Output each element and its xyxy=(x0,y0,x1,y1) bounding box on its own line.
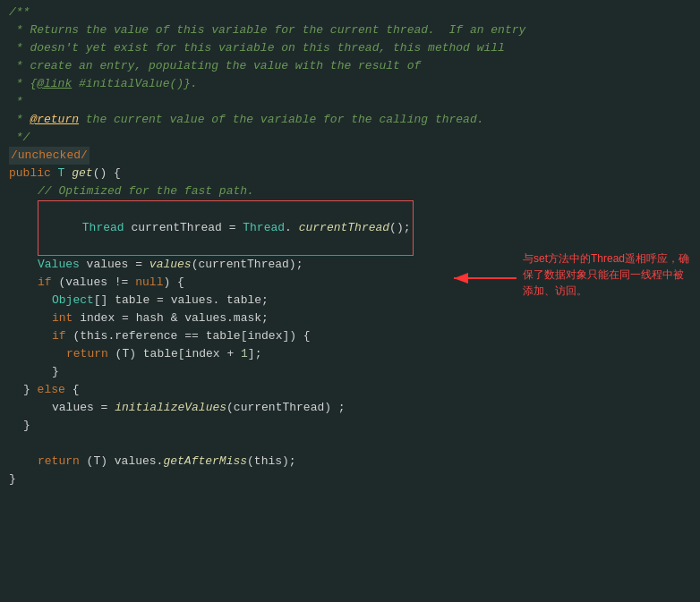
annotation-popup: 与set方法中的Thread遥相呼应，确保了数据对象只能在同一线程中被添加、访回… xyxy=(523,250,693,299)
code-line-22: } xyxy=(0,417,700,435)
code-text: } xyxy=(23,417,30,435)
code-keyword: else xyxy=(38,381,73,399)
code-line-9: /unchecked/ xyxy=(0,147,700,165)
code-keyword: if xyxy=(52,327,73,345)
code-line-23 xyxy=(0,435,700,453)
code-line-7: * @return the current value of the varia… xyxy=(0,111,700,129)
code-keyword: public xyxy=(9,165,58,182)
code-text: (currentThread); xyxy=(192,256,303,274)
code-line-11: // Optimized for the fast path. xyxy=(0,182,700,200)
code-comment: // Optimized for the fast path. xyxy=(38,182,254,200)
code-line-25: } xyxy=(0,471,700,488)
code-method: values xyxy=(149,256,192,274)
code-line-17: if (this.reference == table[index]) { xyxy=(0,327,700,345)
code-text: * xyxy=(9,111,30,129)
code-text: ) { xyxy=(163,274,184,292)
code-line-1: /** xyxy=(0,4,700,21)
code-editor: /** * Returns the value of this variable… xyxy=(0,0,700,602)
code-text: ]; xyxy=(248,345,262,363)
code-keyword: return xyxy=(38,453,87,471)
code-line-8: */ xyxy=(0,129,700,147)
code-text: */ xyxy=(9,129,30,147)
code-text: (this); xyxy=(247,453,296,471)
code-text: . xyxy=(285,221,299,234)
code-text: [] table = values. table; xyxy=(94,292,269,309)
code-method: currentThread xyxy=(299,221,389,234)
code-text: (values != xyxy=(58,274,135,292)
code-text: * xyxy=(9,93,23,111)
code-number: 1 xyxy=(241,345,248,363)
code-text: currentThread = xyxy=(131,221,243,234)
code-text: /** xyxy=(9,4,30,21)
highlighted-code: Thread currentThread = Thread. currentTh… xyxy=(38,200,414,256)
code-type: Thread xyxy=(243,221,285,234)
code-text: } xyxy=(23,381,38,399)
code-text: (); xyxy=(389,221,410,234)
code-line-6: * xyxy=(0,93,700,111)
code-keyword: if xyxy=(38,274,58,292)
code-keyword: return xyxy=(66,345,115,363)
code-text: values = xyxy=(52,399,115,417)
annotation-arrow xyxy=(449,265,521,292)
code-path: /unchecked/ xyxy=(9,147,90,165)
code-text: (T) table[index + xyxy=(115,345,241,363)
code-text: * { xyxy=(9,75,37,93)
code-line-12: Thread currentThread = Thread. currentTh… xyxy=(0,200,700,256)
code-text: } xyxy=(52,363,59,381)
code-text: * doesn't yet exist for this variable on… xyxy=(9,39,505,57)
code-line-24: return (T) values.getAfterMiss(this); xyxy=(0,453,700,471)
code-keyword: int xyxy=(52,309,80,327)
code-type: Values xyxy=(38,256,87,274)
code-text-link: @link xyxy=(37,75,72,93)
code-text: (currentThread) ; xyxy=(226,399,346,417)
code-line-16: int index = hash & values.mask; xyxy=(0,309,700,327)
code-text: #initialValue()}. xyxy=(72,75,197,93)
code-text: * create an entry, populating the value … xyxy=(9,57,421,75)
code-text: { xyxy=(73,381,80,399)
code-text: } xyxy=(9,471,16,488)
code-line-19: } xyxy=(0,363,700,381)
code-annotation: @return xyxy=(30,111,79,129)
code-line-5: * {@link #initialValue()}. xyxy=(0,75,700,93)
code-line-2: * Returns the value of this variable for… xyxy=(0,21,700,39)
code-line-18: return (T) table[index + 1]; xyxy=(0,345,700,363)
code-keyword: null xyxy=(135,274,163,292)
code-line-20: } else { xyxy=(0,381,700,399)
annotation-text: 与set方法中的Thread遥相呼应，确保了数据对象只能在同一线程中被添加、访回… xyxy=(523,252,689,297)
code-text: values = xyxy=(87,256,149,274)
code-line-10: public T get() { xyxy=(0,165,700,182)
code-text: () { xyxy=(93,165,121,182)
code-method: get xyxy=(72,165,92,182)
code-text: (T) values. xyxy=(87,453,164,471)
code-method: initializeValues xyxy=(115,399,226,417)
code-text: (this.reference == table[index]) { xyxy=(73,327,310,345)
code-type: T xyxy=(58,165,73,182)
code-text: index = hash & values.mask; xyxy=(80,309,269,327)
code-text: the current value of the variable for th… xyxy=(79,111,483,129)
code-type: Object xyxy=(52,292,94,309)
code-line-3: * doesn't yet exist for this variable on… xyxy=(0,39,700,57)
code-line-21: values = initializeValues(currentThread)… xyxy=(0,399,700,417)
code-text xyxy=(9,435,16,453)
code-text: * Returns the value of this variable for… xyxy=(9,21,525,39)
code-line-4: * create an entry, populating the value … xyxy=(0,57,700,75)
code-method: getAfterMiss xyxy=(163,453,247,471)
code-type: Thread xyxy=(82,221,132,234)
